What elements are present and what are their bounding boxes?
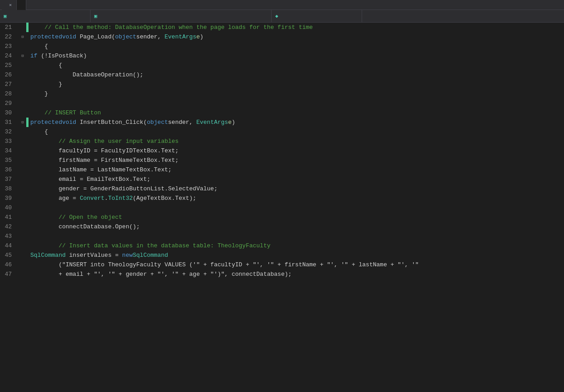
gutter-cell-22[interactable]: ⊟ — [19, 32, 26, 42]
code-line-32: { — [29, 127, 564, 137]
title-bar: ✕ — [0, 0, 564, 10]
gutter-cell-46 — [19, 260, 26, 269]
line-num-27: 27 — [0, 80, 15, 89]
line-num-38: 38 — [0, 184, 15, 194]
code-line-29 — [29, 99, 564, 108]
gutter-cell-32 — [19, 127, 26, 137]
gutter-cell-41 — [19, 213, 26, 222]
code-line-41: // Open the object — [29, 213, 564, 222]
gutter-cell-29 — [19, 99, 26, 108]
editor-container: 2122232425262728293031323334353637383940… — [0, 23, 564, 392]
gutter-cell-27 — [19, 80, 26, 89]
gutter-cell-33 — [19, 137, 26, 146]
gutter-cell-26 — [19, 70, 26, 80]
gutter-cell-40 — [19, 203, 26, 213]
gutter-cell-28 — [19, 89, 26, 99]
code-line-30: // INSERT Button — [29, 108, 564, 118]
gutter-cell-45 — [19, 250, 26, 260]
gutter-cell-37 — [19, 175, 26, 184]
db-icon-1: ▣ — [4, 13, 7, 19]
gutter-cell-38 — [19, 184, 26, 194]
gutter-cell-34 — [19, 146, 26, 156]
line-num-33: 33 — [0, 137, 15, 146]
gutter-cell-30 — [19, 108, 26, 118]
line-num-39: 39 — [0, 194, 15, 203]
gutter-cell-31[interactable]: ⊟ — [19, 118, 26, 127]
line-num-43: 43 — [0, 231, 15, 241]
tab-css-close[interactable]: ✕ — [9, 2, 12, 8]
line-num-26: 26 — [0, 70, 15, 80]
code-line-22: protected void Page_Load(object sender, … — [29, 32, 564, 42]
code-line-40 — [29, 203, 564, 213]
code-line-36: lastName = LastNameTextBox.Text; — [29, 165, 564, 175]
code-line-42: connectDatabase.Open(); — [29, 222, 564, 231]
code-line-47: + email + "', '" + gender + "', '" + age… — [29, 269, 564, 279]
code-line-27: } — [29, 80, 564, 89]
tab-css[interactable]: ✕ — [2, 0, 17, 10]
code-line-37: email = EmailTextBox.Text; — [29, 175, 564, 184]
code-line-39: age = Convert.ToInt32(AgeTextBox.Text); — [29, 194, 564, 203]
line-num-35: 35 — [0, 156, 15, 165]
code-line-35: firstName = FirstNameTextBox.Text; — [29, 156, 564, 165]
line-num-42: 42 — [0, 222, 15, 231]
toolbar: ▣ ▣ ◆ — [0, 10, 564, 23]
line-num-21: 21 — [0, 23, 15, 32]
line-num-44: 44 — [0, 241, 15, 250]
gutter-cell-42 — [19, 222, 26, 231]
line-num-37: 37 — [0, 175, 15, 184]
line-num-47: 47 — [0, 269, 15, 279]
line-num-25: 25 — [0, 61, 15, 70]
toolbar-dropdown-2[interactable]: ▣ — [91, 10, 272, 23]
line-num-28: 28 — [0, 89, 15, 99]
line-num-34: 34 — [0, 146, 15, 156]
gutter-cell-24[interactable]: ⊟ — [19, 51, 26, 61]
code-line-28: } — [29, 89, 564, 99]
code-line-33: // Assign the user input variables — [29, 137, 564, 146]
line-num-24: 24 — [0, 51, 15, 61]
code-line-21: // Call the method: DatabaseOperation wh… — [29, 23, 564, 32]
code-line-34: facultyID = FacultyIDTextBox.Text; — [29, 146, 564, 156]
gutter-cell-44 — [19, 241, 26, 250]
code-line-23: { — [29, 42, 564, 51]
line-num-40: 40 — [0, 203, 15, 213]
gutter-cell-21 — [19, 23, 26, 32]
code-line-43 — [29, 231, 564, 241]
line-num-45: 45 — [0, 250, 15, 260]
toolbar-dropdown-3[interactable]: ◆ — [272, 10, 362, 23]
code-line-24: if (!IsPostBack) — [29, 51, 564, 61]
code-line-25: { — [29, 61, 564, 70]
gutter-cell-25 — [19, 61, 26, 70]
line-num-46: 46 — [0, 260, 15, 269]
toolbar-dropdown-1[interactable]: ▣ — [0, 10, 91, 23]
code-line-38: gender = GenderRadioButtonList.SelectedV… — [29, 184, 564, 194]
gutter-cell-35 — [19, 156, 26, 165]
gutter-cell-23 — [19, 42, 26, 51]
line-num-23: 23 — [0, 42, 15, 51]
line-num-41: 41 — [0, 213, 15, 222]
gutter-cell-43 — [19, 231, 26, 241]
db-icon-2: ▣ — [94, 13, 97, 19]
tab-aspx[interactable] — [17, 0, 26, 10]
line-num-22: 22 — [0, 32, 15, 42]
code-line-44: // Insert data values in the database ta… — [29, 241, 564, 250]
gutter-cell-36 — [19, 165, 26, 175]
code-lines[interactable]: // Call the method: DatabaseOperation wh… — [29, 23, 564, 392]
code-line-46: ("INSERT into TheologyFaculty VALUES ('"… — [29, 260, 564, 269]
line-num-31: 31 — [0, 118, 15, 127]
code-line-31: protected void InsertButton_Click(object… — [29, 118, 564, 127]
line-num-36: 36 — [0, 165, 15, 175]
line-num-30: 30 — [0, 108, 15, 118]
code-line-26: DatabaseOperation(); — [29, 70, 564, 80]
line-num-29: 29 — [0, 99, 15, 108]
line-numbers: 2122232425262728293031323334353637383940… — [0, 23, 19, 392]
gutter-cell-47 — [19, 269, 26, 279]
gutter: ⊟⊟⊟ — [19, 23, 26, 392]
member-icon: ◆ — [275, 13, 278, 19]
line-num-32: 32 — [0, 127, 15, 137]
code-line-45: SqlCommand insertValues = new SqlCommand — [29, 250, 564, 260]
gutter-cell-39 — [19, 194, 26, 203]
